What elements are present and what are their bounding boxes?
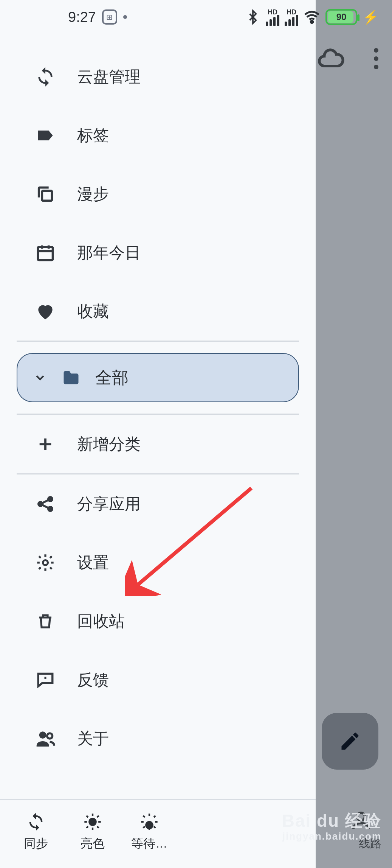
background-dimmed[interactable]: 线路: [316, 0, 392, 868]
menu-item-label: 云盘管理: [77, 66, 141, 87]
overflow-menu-icon[interactable]: [374, 48, 378, 69]
watermark: Bai du 经验 jingyan.baidu.com: [282, 809, 381, 842]
menu-item-label: 设置: [77, 552, 109, 573]
menu-item-label: 反馈: [77, 669, 109, 691]
menu-item-label: 新增分类: [77, 434, 141, 455]
status-bar: 9:27 ⊞ HD HD 90 ⚡: [0, 0, 392, 34]
drawer-footer: 同步 亮色 等待…: [0, 799, 316, 868]
calendar-icon: [35, 242, 56, 263]
folder-label: 全部: [95, 367, 129, 389]
people-icon: [35, 728, 56, 749]
sun-icon: [82, 811, 103, 832]
footer-wait[interactable]: 等待…: [121, 811, 178, 852]
svg-point-8: [47, 733, 53, 739]
chevron-down-icon: [33, 371, 47, 384]
cloud-icon[interactable]: [316, 44, 345, 73]
menu-item-label: 回收站: [77, 611, 125, 632]
pencil-icon: [339, 730, 361, 753]
folder-all-selected[interactable]: 全部: [17, 353, 299, 402]
sync-icon: [35, 66, 56, 87]
battery-level: 90: [336, 12, 347, 22]
watermark-url: jingyan.baidu.com: [282, 831, 381, 842]
signal-icon: [266, 15, 279, 26]
menu-roam[interactable]: 漫步: [0, 165, 316, 223]
charging-icon: ⚡: [363, 9, 378, 25]
feedback-icon: [35, 669, 56, 691]
menu-item-label: 收藏: [77, 301, 109, 322]
footer-label: 亮色: [81, 835, 105, 852]
sync-icon: [25, 811, 46, 832]
menu-share[interactable]: 分享应用: [0, 474, 316, 533]
menu-onthisday[interactable]: 那年今日: [0, 223, 316, 282]
sun-half-icon: [139, 811, 160, 832]
menu-tags[interactable]: 标签: [0, 106, 316, 165]
menu-about[interactable]: 关于: [0, 709, 316, 768]
footer-label: 同步: [24, 835, 48, 852]
menu-feedback[interactable]: 反馈: [0, 650, 316, 709]
copy-icon: [35, 184, 56, 205]
svg-point-6: [43, 560, 48, 565]
folder-icon: [61, 368, 81, 387]
menu-favorites[interactable]: 收藏: [0, 282, 316, 341]
status-time: 9:27: [68, 9, 96, 25]
menu-add-category[interactable]: 新增分类: [0, 415, 316, 473]
menu-cloud-manage[interactable]: 云盘管理: [0, 47, 316, 106]
menu-trash[interactable]: 回收站: [0, 592, 316, 650]
signal-icon: [285, 15, 298, 26]
menu-item-label: 分享应用: [77, 493, 141, 515]
trash-icon: [35, 611, 56, 632]
compose-fab[interactable]: [322, 713, 378, 770]
tag-icon: [35, 125, 56, 146]
wifi-icon: [304, 9, 320, 25]
battery-indicator: 90: [325, 9, 357, 25]
svg-rect-1: [42, 191, 52, 201]
navigation-drawer: 云盘管理 标签 漫步 那年今日 收藏: [0, 0, 316, 868]
menu-item-label: 标签: [77, 125, 109, 146]
footer-label: 等待…: [131, 835, 167, 852]
watermark-brand: Bai du 经验: [282, 809, 381, 833]
status-dot: [123, 15, 127, 19]
menu-item-label: 关于: [77, 728, 109, 749]
svg-point-10: [311, 21, 313, 23]
plus-icon: [35, 434, 56, 455]
svg-point-9: [89, 818, 96, 825]
menu-settings[interactable]: 设置: [0, 533, 316, 592]
menu-item-label: 那年今日: [77, 242, 141, 263]
status-app-icon: ⊞: [102, 9, 117, 25]
menu-item-label: 漫步: [77, 184, 109, 205]
footer-theme[interactable]: 亮色: [64, 811, 121, 852]
gear-icon: [35, 552, 56, 573]
footer-sync[interactable]: 同步: [8, 811, 64, 852]
share-icon: [35, 493, 56, 515]
svg-rect-2: [38, 247, 53, 260]
svg-point-7: [39, 731, 46, 739]
bluetooth-icon: [245, 9, 260, 25]
heart-icon: [35, 301, 56, 322]
